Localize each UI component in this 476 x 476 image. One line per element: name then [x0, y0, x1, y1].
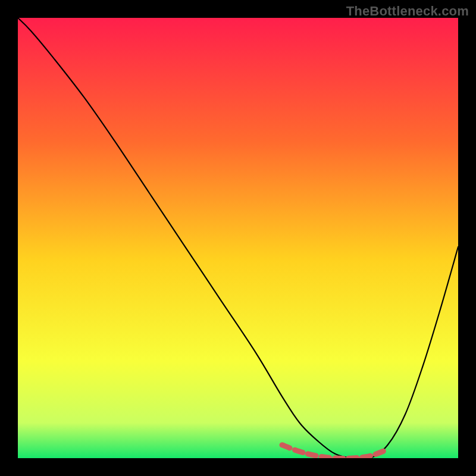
chart-frame: TheBottleneck.com — [0, 0, 476, 476]
chart-svg — [18, 18, 458, 458]
watermark-text: TheBottleneck.com — [346, 4, 469, 19]
plot-area — [18, 18, 458, 458]
gradient-background — [18, 18, 458, 458]
